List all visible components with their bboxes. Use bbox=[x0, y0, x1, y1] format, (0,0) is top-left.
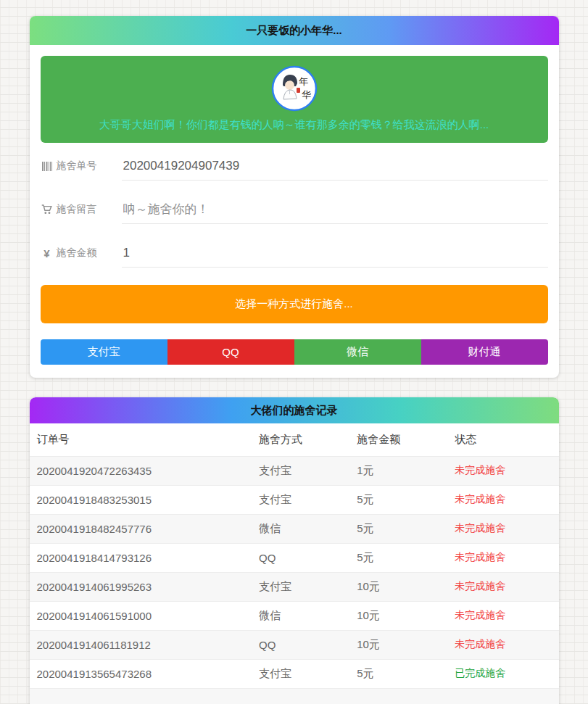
content-wrap: 一只要饭的小年华... 年 华 大哥哥大姐们啊！你们都是有钱的人 bbox=[30, 0, 559, 704]
table-row: 2020041914061181912 QQ 10元 未完成施舍 bbox=[30, 630, 559, 659]
records-title: 大佬们的施舍记录 bbox=[251, 404, 338, 418]
choose-method-button[interactable]: 选择一种方式进行施舍... bbox=[41, 285, 548, 323]
order-no-cell: 2020041920472263435 bbox=[30, 456, 252, 485]
table-row: 2020041918414793126 QQ 5元 未完成施舍 bbox=[30, 543, 559, 572]
amount-cell: 10元 bbox=[349, 601, 447, 630]
barcode-icon bbox=[41, 162, 54, 171]
order-no-cell: 2020041918482457776 bbox=[30, 514, 252, 543]
pay-tenpay-button[interactable]: 财付通 bbox=[421, 339, 548, 365]
col-method: 施舍方式 bbox=[252, 423, 349, 456]
status-badge: 未完成施舍 bbox=[447, 514, 558, 543]
pay-alipay-button[interactable]: 支付宝 bbox=[41, 339, 167, 365]
pay-method-row: 支付宝 QQ 微信 财付通 bbox=[41, 339, 548, 365]
col-amount: 施舍金额 bbox=[349, 423, 447, 456]
method-cell: QQ bbox=[252, 543, 349, 572]
avatar: 年 华 bbox=[271, 65, 318, 112]
amount-cell: 5元 bbox=[349, 543, 447, 572]
page-title: 一只要饭的小年华... bbox=[246, 24, 342, 38]
order-no-cell: 2020041914061995263 bbox=[30, 572, 252, 601]
status-badge: 已完成施舍 bbox=[447, 659, 558, 688]
amount-input[interactable] bbox=[122, 239, 548, 268]
message-input[interactable] bbox=[122, 196, 548, 224]
col-order-no: 订单号 bbox=[30, 423, 252, 456]
status-badge: 未完成施舍 bbox=[447, 572, 558, 601]
table-row: 2020041914061995263 支付宝 10元 未完成施舍 bbox=[30, 572, 559, 601]
status-badge: 未完成施舍 bbox=[447, 456, 558, 485]
amount-cell: 1元 bbox=[349, 456, 447, 485]
amount-cell: 5元 bbox=[349, 514, 447, 543]
donation-form: 施舍单号 施舍留言 ¥ 施舍金额 bbox=[30, 143, 559, 275]
pay-qq-button[interactable]: QQ bbox=[167, 339, 294, 365]
amount-label: 施舍金额 bbox=[57, 247, 112, 260]
table-row: 2020041918483253015 支付宝 5元 未完成施舍 bbox=[30, 485, 559, 514]
pay-wechat-button[interactable]: 微信 bbox=[294, 339, 421, 365]
table-row: 2020041914061591000 微信 10元 未完成施舍 bbox=[30, 601, 559, 630]
status-badge: 未完成施舍 bbox=[447, 543, 558, 572]
donation-card-header: 一只要饭的小年华... bbox=[30, 16, 559, 45]
avatar-name-char-1: 年 bbox=[299, 76, 308, 87]
avatar-name-char-2: 华 bbox=[302, 89, 311, 100]
amount-cell: 10元 bbox=[349, 630, 447, 659]
status-badge: 未完成施舍 bbox=[447, 485, 558, 514]
records-card: 大佬们的施舍记录 订单号 施舍方式 施舍金额 状态 20200419204722… bbox=[30, 397, 559, 704]
yen-icon: ¥ bbox=[41, 247, 54, 260]
field-row-amount: ¥ 施舍金额 bbox=[41, 231, 548, 275]
method-cell: 支付宝 bbox=[252, 485, 349, 514]
order-no-cell: 2020041918414793126 bbox=[30, 543, 252, 572]
method-cell: 支付宝 bbox=[252, 456, 349, 485]
method-cell: QQ bbox=[252, 630, 349, 659]
method-cell: 微信 bbox=[252, 601, 349, 630]
method-cell: 支付宝 bbox=[252, 572, 349, 601]
table-row: 2020041918482457776 微信 5元 未完成施舍 bbox=[30, 514, 559, 543]
message-label: 施舍留言 bbox=[57, 203, 112, 216]
amount-cell: 10元 bbox=[349, 572, 447, 601]
red-seal bbox=[297, 88, 300, 93]
col-status: 状态 bbox=[447, 423, 558, 456]
amount-cell: 5元 bbox=[349, 485, 447, 514]
donation-card: 一只要饭的小年华... 年 华 大哥哥大姐们啊！你们都是有钱的人 bbox=[30, 16, 559, 378]
order-no-cell: 2020041913565473268 bbox=[30, 659, 252, 688]
cart-icon bbox=[41, 204, 54, 215]
records-card-header: 大佬们的施舍记录 bbox=[30, 397, 559, 423]
amount-cell: 5元 bbox=[349, 659, 447, 688]
order-no-label: 施舍单号 bbox=[57, 160, 112, 173]
records-table-header-row: 订单号 施舍方式 施舍金额 状态 bbox=[30, 423, 559, 456]
avatar-illustration: 年 华 bbox=[271, 65, 318, 112]
order-no-cell: 2020041914061591000 bbox=[30, 601, 252, 630]
order-no-cell: 2020041918483253015 bbox=[30, 485, 252, 514]
order-no-input[interactable] bbox=[122, 152, 548, 181]
records-table: 订单号 施舍方式 施舍金额 状态 2020041920472263435 支付宝… bbox=[30, 423, 559, 689]
table-row: 2020041920472263435 支付宝 1元 未完成施舍 bbox=[30, 456, 559, 485]
table-footer-stripe bbox=[30, 689, 559, 704]
method-cell: 微信 bbox=[252, 514, 349, 543]
method-cell: 支付宝 bbox=[252, 659, 349, 688]
notice-message: 大哥哥大姐们啊！你们都是有钱的人呐～谁有那多余的零钱？给我这流浪的人啊... bbox=[49, 118, 539, 132]
field-row-message: 施舍留言 bbox=[41, 188, 548, 231]
table-row: 2020041913565473268 支付宝 5元 已完成施舍 bbox=[30, 659, 559, 688]
field-row-order-no: 施舍单号 bbox=[41, 144, 548, 188]
page: { "donate": { "title": "一只要饭的小年华...", "n… bbox=[0, 0, 588, 704]
beggar-notice: 年 华 大哥哥大姐们啊！你们都是有钱的人呐～谁有那多余的零钱？给我这流浪的人啊.… bbox=[41, 56, 548, 143]
status-badge: 未完成施舍 bbox=[447, 601, 558, 630]
order-no-cell: 2020041914061181912 bbox=[30, 630, 252, 659]
status-badge: 未完成施舍 bbox=[447, 630, 558, 659]
